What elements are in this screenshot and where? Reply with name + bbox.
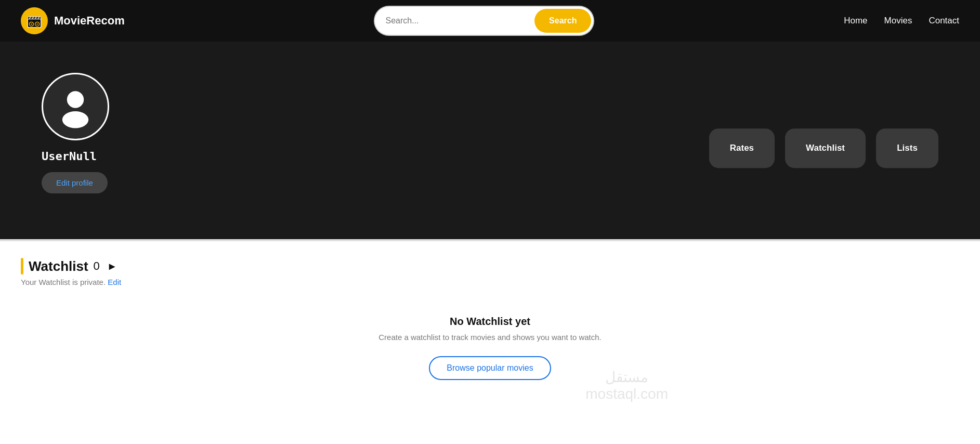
watchlist-privacy-text: Your Watchlist is private. Edit xyxy=(21,278,959,286)
yellow-bar-icon xyxy=(21,258,23,275)
arrow-right-icon: ► xyxy=(107,260,117,272)
profile-actions: Rates Watchlist Lists xyxy=(709,128,938,168)
nav-contact[interactable]: Contact xyxy=(929,16,959,26)
no-watchlist-title: No Watchlist yet xyxy=(21,316,959,328)
search-input[interactable] xyxy=(375,9,532,33)
watchlist-section: Watchlist 0 ► Your Watchlist is private.… xyxy=(0,241,980,417)
watchlist-title: Watchlist xyxy=(29,258,88,275)
logo-area: MovieRecom xyxy=(21,7,125,34)
lists-button[interactable]: Lists xyxy=(876,128,938,168)
watchlist-button[interactable]: Watchlist xyxy=(785,128,866,168)
svg-point-7 xyxy=(31,23,32,24)
search-bar: Search xyxy=(375,7,593,35)
no-watchlist-desc: Create a watchlist to track movies and s… xyxy=(21,333,959,342)
logo-icon xyxy=(21,7,48,34)
no-watchlist-area: No Watchlist yet Create a watchlist to t… xyxy=(21,305,959,401)
nav-movies[interactable]: Movies xyxy=(884,16,912,26)
svg-point-9 xyxy=(36,23,37,24)
logo-text: MovieRecom xyxy=(54,14,125,28)
profile-left: UserNull Edit profile xyxy=(42,73,109,193)
header: MovieRecom Search Home Movies Contact xyxy=(0,0,980,42)
svg-point-10 xyxy=(67,91,84,108)
username: UserNull xyxy=(42,150,97,163)
profile-banner: UserNull Edit profile Rates Watchlist Li… xyxy=(0,42,980,239)
watchlist-edit-link[interactable]: Edit xyxy=(108,278,121,286)
nav-home[interactable]: Home xyxy=(844,16,867,26)
header-nav: Home Movies Contact xyxy=(844,16,959,26)
avatar xyxy=(42,73,109,140)
rates-button[interactable]: Rates xyxy=(709,128,775,168)
svg-point-11 xyxy=(62,111,88,128)
browse-popular-movies-button[interactable]: Browse popular movies xyxy=(429,356,551,380)
search-button[interactable]: Search xyxy=(534,9,591,33)
watchlist-title-row: Watchlist 0 ► xyxy=(21,258,959,275)
edit-profile-button[interactable]: Edit profile xyxy=(42,172,108,193)
watchlist-count: 0 xyxy=(94,259,100,273)
